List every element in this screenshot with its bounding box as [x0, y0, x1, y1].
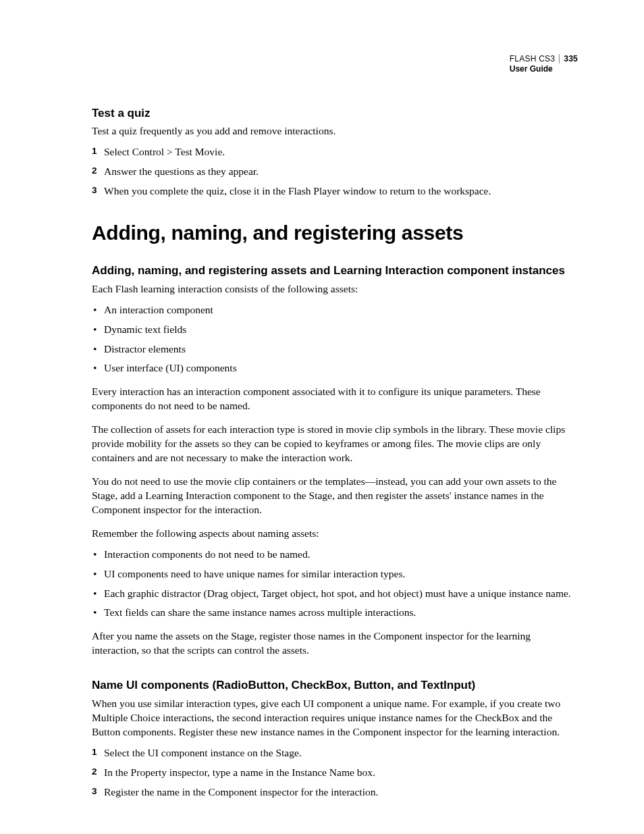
section-assets: Adding, naming, and registering assets a…: [92, 263, 578, 658]
list-item: 3Register the name in the Component insp…: [92, 785, 578, 800]
list-item: 2Answer the questions as they appear.: [92, 165, 578, 179]
paragraph: After you name the assets on the Stage, …: [92, 629, 578, 658]
section-test-quiz: Test a quiz Test a quiz frequently as yo…: [92, 107, 578, 199]
bullet-text: Text fields can share the same instance …: [104, 606, 416, 618]
list-item: UI components need to have unique names …: [92, 567, 578, 581]
running-header: FLASH CS3335 User Guide: [510, 54, 578, 74]
bullet-text: UI components need to have unique names …: [104, 568, 405, 579]
list-item: 2In the Property inspector, type a name …: [92, 766, 578, 780]
intro-name-ui: When you use similar interaction types, …: [92, 697, 578, 739]
page-number: 335: [559, 54, 578, 63]
steps-name-ui: 1Select the UI component instance on the…: [92, 746, 578, 800]
steps-test-quiz: 1Select Control > Test Movie. 2Answer th…: [92, 145, 578, 199]
chapter-title: Adding, naming, and registering assets: [92, 221, 578, 244]
product-name: FLASH CS3: [510, 54, 556, 63]
bullet-text: Dynamic text fields: [104, 323, 186, 335]
paragraph: The collection of assets for each intera…: [92, 423, 578, 465]
intro-test-quiz: Test a quiz frequently as you add and re…: [92, 124, 578, 138]
section-name-ui: Name UI components (RadioButton, CheckBo…: [92, 678, 578, 800]
paragraph: Every interaction has an interaction com…: [92, 385, 578, 413]
list-item: Each graphic distractor (Drag object, Ta…: [92, 587, 578, 601]
bullet-list-assets: An interaction component Dynamic text fi…: [92, 303, 578, 376]
step-number: 3: [92, 184, 97, 197]
bullet-text: Distractor elements: [104, 343, 186, 355]
step-text: Register the name in the Component inspe…: [104, 786, 378, 798]
bullet-text: Each graphic distractor (Drag object, Ta…: [104, 588, 571, 599]
step-number: 1: [92, 145, 97, 157]
heading-assets: Adding, naming, and registering assets a…: [92, 263, 578, 278]
list-item: Interaction components do not need to be…: [92, 548, 578, 562]
step-text: Select the UI component instance on the …: [104, 747, 302, 758]
list-item: Text fields can share the same instance …: [92, 606, 578, 620]
page: FLASH CS3335 User Guide Test a quiz Test…: [0, 0, 644, 834]
bullet-text: Interaction components do not need to be…: [104, 548, 311, 560]
bullet-list-naming: Interaction components do not need to be…: [92, 548, 578, 621]
list-item: 1Select Control > Test Movie.: [92, 145, 578, 159]
list-item: Distractor elements: [92, 342, 578, 357]
step-number: 2: [92, 165, 97, 177]
step-number: 2: [92, 766, 97, 778]
step-text: When you complete the quiz, close it in …: [104, 185, 491, 197]
heading-test-quiz: Test a quiz: [92, 107, 578, 120]
list-item: 1Select the UI component instance on the…: [92, 746, 578, 760]
list-item: Dynamic text fields: [92, 323, 578, 337]
step-number: 1: [92, 746, 97, 758]
paragraph: You do not need to use the movie clip co…: [92, 475, 578, 517]
step-text: Select Control > Test Movie.: [104, 146, 225, 157]
bullet-text: An interaction component: [104, 304, 213, 315]
step-number: 3: [92, 785, 97, 798]
list-item: 3When you complete the quiz, close it in…: [92, 184, 578, 199]
paragraph: Remember the following aspects about nam…: [92, 527, 578, 541]
step-text: Answer the questions as they appear.: [104, 165, 259, 177]
intro-assets: Each Flash learning interaction consists…: [92, 282, 578, 296]
heading-name-ui: Name UI components (RadioButton, CheckBo…: [92, 678, 578, 693]
list-item: An interaction component: [92, 303, 578, 317]
step-text: In the Property inspector, type a name i…: [104, 766, 375, 778]
page-content: Test a quiz Test a quiz frequently as yo…: [92, 54, 578, 800]
list-item: User interface (UI) components: [92, 361, 578, 375]
doc-title: User Guide: [510, 64, 578, 74]
bullet-text: User interface (UI) components: [104, 362, 237, 373]
